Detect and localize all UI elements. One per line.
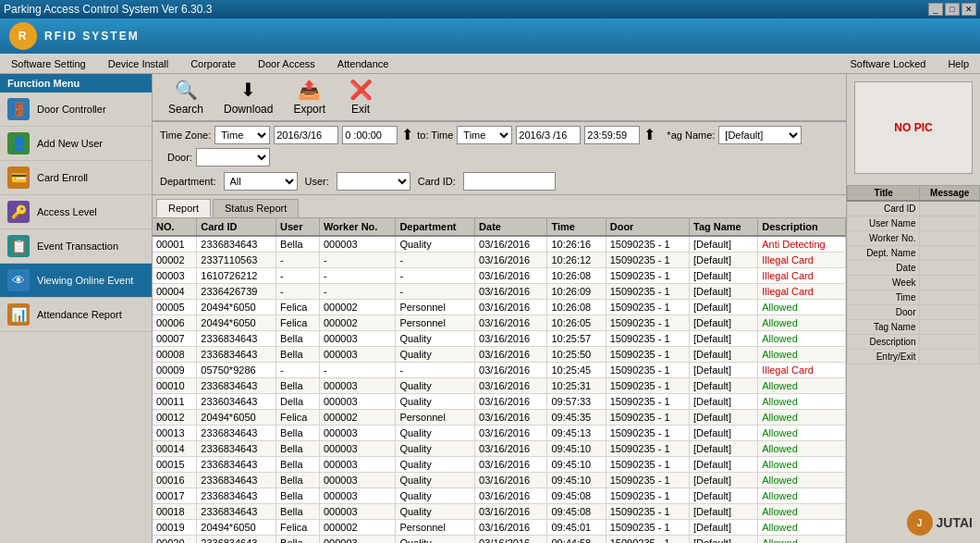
download-label: Download bbox=[224, 103, 273, 116]
menu-software-locked[interactable]: Software Locked bbox=[839, 56, 937, 71]
col-date: Date bbox=[475, 218, 547, 236]
table-row[interactable]: 00015 2336834643 Bella 000003 Quality 03… bbox=[153, 457, 846, 473]
col-worker-no: Worker No. bbox=[319, 218, 395, 236]
maximize-button[interactable]: □ bbox=[945, 3, 960, 16]
sidebar-label-card-enroll: Card Enroll bbox=[37, 172, 88, 183]
table-header-row: NO. Card ID User Worker No. Department D… bbox=[153, 218, 846, 236]
sidebar-label-access-level: Access Level bbox=[37, 206, 97, 217]
toolbar: 🔍 Search ⬇ Download 📤 Export ❌ Exit bbox=[153, 74, 846, 122]
to-time-spinner[interactable]: ⬆ bbox=[643, 128, 655, 142]
col-no: NO. bbox=[153, 218, 197, 236]
col-time: Time bbox=[547, 218, 606, 236]
table-row[interactable]: 00006 20494*6050 Felica 000002 Personnel… bbox=[153, 315, 846, 331]
sidebar: Function Menu 🚪 Door Controller 👤 Add Ne… bbox=[0, 74, 153, 543]
to-label: to: Time bbox=[417, 130, 453, 141]
table-row[interactable]: 00016 2336834643 Bella 000003 Quality 03… bbox=[153, 473, 846, 488]
close-button[interactable]: ✕ bbox=[962, 3, 976, 16]
table-row[interactable]: 00011 2336034643 Della 000003 Quality 03… bbox=[153, 394, 846, 410]
table-row[interactable]: 00014 2336834643 Bella 000003 Quality 03… bbox=[153, 441, 846, 457]
menu-corporate[interactable]: Corporate bbox=[179, 56, 247, 71]
table-row[interactable]: 00001 2336834643 Bella 000003 Quality 03… bbox=[153, 236, 846, 253]
info-table-row: Time bbox=[848, 290, 980, 305]
table-row[interactable]: 00019 20494*6050 Felica 000002 Personnel… bbox=[153, 520, 846, 536]
to-select[interactable]: Time bbox=[457, 126, 512, 144]
title-bar-buttons: _ □ ✕ bbox=[928, 3, 976, 16]
table-row[interactable]: 00003 1610726212 - - - 03/16/2016 10:26:… bbox=[153, 268, 846, 284]
sidebar-item-attendance-report[interactable]: 📊 Attendance Report bbox=[0, 298, 152, 332]
table-row[interactable]: 00018 2336834643 Bella 000003 Quality 03… bbox=[153, 504, 846, 520]
menu-software-setting[interactable]: Software Setting bbox=[0, 56, 97, 71]
tagname-select[interactable]: [Default] bbox=[718, 126, 802, 144]
sidebar-item-viewing-online-event[interactable]: 👁 Viewing Online Event bbox=[0, 264, 152, 298]
table-row[interactable]: 00009 05750*9286 - - - 03/16/2016 10:25:… bbox=[153, 363, 846, 378]
rfid-icon: R bbox=[9, 22, 37, 50]
menu-attendance[interactable]: Attendance bbox=[326, 56, 400, 71]
export-icon: 📤 bbox=[298, 79, 321, 101]
col-user: User bbox=[276, 218, 320, 236]
time-spinner-up[interactable]: ⬆ bbox=[401, 128, 413, 142]
door-controller-icon: 🚪 bbox=[7, 98, 30, 120]
info-table-row: Date bbox=[848, 261, 980, 276]
table-row[interactable]: 00017 2336834643 Bella 000003 Quality 03… bbox=[153, 488, 846, 504]
table-row[interactable]: 00013 2336834643 Bella 000003 Quality 03… bbox=[153, 426, 846, 441]
access-level-icon: 🔑 bbox=[7, 201, 30, 223]
table-row[interactable]: 00002 2337110563 - - - 03/16/2016 10:26:… bbox=[153, 253, 846, 268]
table-row[interactable]: 00008 2336834643 Bella 000003 Quality 03… bbox=[153, 347, 846, 363]
tab-bar: Report Status Report bbox=[153, 195, 846, 218]
download-button[interactable]: ⬇ Download bbox=[215, 74, 281, 120]
to-time-input[interactable] bbox=[584, 126, 640, 144]
app-title: RFID SYSTEM bbox=[44, 30, 140, 43]
table-row[interactable]: 00007 2336834643 Bella 000003 Quality 03… bbox=[153, 331, 846, 347]
table-row[interactable]: 00005 20494*6050 Felica 000002 Personnel… bbox=[153, 300, 846, 315]
door-select[interactable] bbox=[196, 148, 270, 167]
sidebar-header: Function Menu bbox=[0, 74, 152, 93]
sidebar-item-card-enroll[interactable]: 💳 Card Enroll bbox=[0, 161, 152, 195]
exit-label: Exit bbox=[351, 103, 370, 116]
dept-label: Department: bbox=[160, 176, 216, 187]
info-table-header: Title Message bbox=[848, 186, 980, 202]
search-icon: 🔍 bbox=[175, 79, 198, 101]
event-transaction-icon: 📋 bbox=[7, 235, 30, 257]
sidebar-label-viewing-online: Viewing Online Event bbox=[37, 275, 133, 286]
table-row[interactable]: 00004 2336426739 - - - 03/16/2016 10:26:… bbox=[153, 284, 846, 300]
table-row[interactable]: 00010 2336834643 Bella 000003 Quality 03… bbox=[153, 378, 846, 394]
menu-right: Software Locked Help bbox=[839, 56, 980, 71]
jutai-circle-icon: J bbox=[907, 510, 933, 536]
jutai-logo: J JUTAI bbox=[847, 502, 980, 543]
sidebar-item-access-level[interactable]: 🔑 Access Level bbox=[0, 195, 152, 229]
menu-door-access[interactable]: Door Access bbox=[247, 56, 326, 71]
menu-bar: Software Setting Device Install Corporat… bbox=[0, 54, 980, 74]
table-row[interactable]: 00012 20494*6050 Felica 000002 Personnel… bbox=[153, 410, 846, 426]
minimize-button[interactable]: _ bbox=[928, 3, 943, 16]
col-door: Door bbox=[606, 218, 689, 236]
timezone-select[interactable]: Time bbox=[214, 126, 270, 144]
menu-device-install[interactable]: Device Install bbox=[97, 56, 179, 71]
user-select[interactable] bbox=[337, 172, 410, 191]
sidebar-item-event-transaction[interactable]: 📋 Event Transaction bbox=[0, 229, 152, 264]
from-time-input[interactable] bbox=[342, 126, 398, 144]
table-container[interactable]: NO. Card ID User Worker No. Department D… bbox=[153, 218, 846, 543]
menu-help[interactable]: Help bbox=[937, 56, 980, 71]
download-icon: ⬇ bbox=[240, 79, 256, 101]
info-col-title: Title bbox=[848, 186, 920, 202]
tab-report[interactable]: Report bbox=[156, 199, 211, 217]
filter-door-row: Door: bbox=[167, 148, 270, 167]
info-table-row: Door bbox=[848, 305, 980, 320]
search-button[interactable]: 🔍 Search bbox=[160, 74, 212, 120]
dept-select[interactable]: All bbox=[224, 172, 298, 191]
sidebar-item-door-controller[interactable]: 🚪 Door Controller bbox=[0, 93, 152, 127]
exit-button[interactable]: ❌ Exit bbox=[337, 74, 384, 120]
sidebar-item-add-new-user[interactable]: 👤 Add New User bbox=[0, 127, 152, 161]
to-date-input[interactable] bbox=[516, 126, 581, 144]
user-label: User: bbox=[305, 176, 329, 187]
cardid-input[interactable] bbox=[463, 172, 556, 191]
col-tag-name: Tag Name bbox=[689, 218, 757, 236]
from-date-input[interactable] bbox=[274, 126, 338, 144]
no-pic-label: NO PIC bbox=[894, 121, 932, 134]
info-table-body: Card IDUser NameWorker No.Dept. NameDate… bbox=[848, 201, 980, 364]
timezone-label: Time Zone: bbox=[160, 130, 211, 141]
filter-bar: Time Zone: Time ⬆ to: Time Time ⬆ *ag Na… bbox=[153, 122, 846, 195]
tab-status-report[interactable]: Status Report bbox=[213, 199, 299, 217]
table-row[interactable]: 00020 2336834643 Bella 000003 Quality 03… bbox=[153, 536, 846, 544]
export-button[interactable]: 📤 Export bbox=[285, 74, 334, 120]
